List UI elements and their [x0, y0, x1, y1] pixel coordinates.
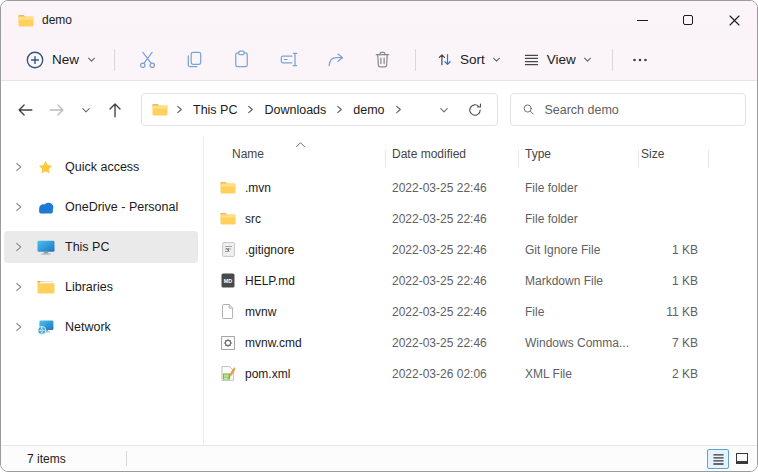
file-name: .gitignore: [245, 243, 294, 257]
expand-chevron-icon[interactable]: [13, 201, 26, 213]
expand-chevron-icon[interactable]: [13, 281, 26, 293]
sidebar-item-libraries[interactable]: Libraries: [4, 271, 198, 303]
close-icon: [729, 15, 740, 26]
sort-button[interactable]: Sort: [425, 44, 512, 75]
file-date: 2022-03-26 02:06: [392, 367, 525, 381]
chevron-down-icon: [80, 104, 92, 116]
sidebar-item-onedrive[interactable]: OneDrive - Personal: [4, 191, 198, 223]
minimize-icon: [637, 20, 648, 21]
toolbar-divider: [114, 49, 115, 71]
chevron-down-icon: [582, 54, 593, 65]
column-headers: Name Date modified Type Size: [205, 137, 756, 170]
sidebar-item-quick-access[interactable]: Quick access: [4, 151, 198, 183]
large-icons-view-icon: [736, 453, 748, 464]
paste-icon: [231, 49, 252, 70]
sidebar-item-label: Network: [65, 320, 111, 334]
search-box: [510, 93, 746, 126]
search-input[interactable]: [544, 103, 734, 117]
file-row-mvn[interactable]: .mvn 2022-03-25 22:46 File folder: [205, 172, 756, 203]
breadcrumb-separator-icon: [394, 104, 403, 115]
file-explorer-window: demo New: [0, 0, 758, 472]
delete-button[interactable]: [359, 43, 406, 77]
details-view-button[interactable]: [707, 449, 729, 469]
maximize-button[interactable]: [665, 1, 711, 39]
see-more-button[interactable]: [622, 43, 658, 77]
file-row-gitignore[interactable]: .gitignore 2022-03-25 22:46 Git Ignore F…: [205, 234, 756, 265]
breadcrumb-demo[interactable]: demo: [351, 101, 386, 119]
new-button[interactable]: New: [17, 44, 105, 76]
rename-icon: [278, 49, 299, 70]
file-row-pom-xml[interactable]: pom.xml 2022-03-26 02:06 XML File 2 KB: [205, 358, 756, 389]
column-divider[interactable]: [385, 150, 386, 168]
column-header-size[interactable]: Size: [641, 147, 705, 161]
address-dropdown-button[interactable]: [432, 97, 456, 123]
minimize-button[interactable]: [619, 1, 665, 39]
file-name: mvnw: [245, 305, 276, 319]
paste-button[interactable]: [218, 43, 265, 77]
file-name: pom.xml: [245, 367, 290, 381]
window-title: demo: [42, 13, 72, 27]
recent-locations-button[interactable]: [75, 95, 97, 125]
cut-button[interactable]: [124, 43, 171, 77]
sidebar-item-network[interactable]: Network: [4, 311, 198, 343]
folder-icon: [152, 103, 168, 116]
sidebar-item-this-pc[interactable]: This PC: [4, 231, 198, 263]
file-row-help-md[interactable]: MD HELP.md 2022-03-25 22:46 Markdown Fil…: [205, 265, 756, 296]
refresh-button[interactable]: [463, 97, 487, 123]
status-divider: [126, 451, 127, 466]
expand-chevron-icon[interactable]: [13, 321, 26, 333]
cloud-icon: [35, 201, 56, 214]
breadcrumb-separator-icon: [335, 104, 344, 115]
navigation-pane: Quick access OneDrive - Personal: [1, 137, 204, 445]
titlebar: demo: [1, 1, 757, 39]
file-type: Markdown File: [525, 274, 641, 288]
file-list: Name Date modified Type Size .mvn 2022-0…: [205, 137, 756, 445]
copy-button[interactable]: [171, 43, 218, 77]
details-view-icon: [712, 452, 725, 465]
file-row-mvnw[interactable]: mvnw 2022-03-25 22:46 File 11 KB: [205, 296, 756, 327]
expand-chevron-icon[interactable]: [13, 241, 26, 253]
command-toolbar: New: [1, 39, 757, 81]
text-file-icon: [220, 242, 236, 257]
breadcrumb-this-pc[interactable]: This PC: [191, 101, 239, 119]
folder-icon: [220, 212, 236, 225]
chevron-down-icon: [438, 104, 450, 116]
breadcrumb-separator-icon: [246, 104, 255, 115]
view-button[interactable]: View: [512, 44, 603, 75]
file-row-src[interactable]: src 2022-03-25 22:46 File folder: [205, 203, 756, 234]
rename-button[interactable]: [265, 43, 312, 77]
plus-circle-icon: [25, 50, 45, 70]
breadcrumb-downloads[interactable]: Downloads: [262, 101, 328, 119]
share-icon: [325, 49, 346, 70]
file-type: File folder: [525, 212, 641, 226]
up-button[interactable]: [101, 95, 129, 125]
address-bar[interactable]: This PC Downloads demo: [141, 93, 498, 126]
column-divider[interactable]: [638, 150, 639, 168]
folder-icon: [18, 14, 34, 27]
cut-icon: [137, 49, 158, 70]
new-button-label: New: [52, 52, 79, 67]
column-header-type[interactable]: Type: [525, 147, 641, 161]
xml-file-icon: [220, 366, 236, 381]
address-row: This PC Downloads demo: [1, 82, 757, 137]
column-divider[interactable]: [708, 150, 709, 168]
refresh-icon: [467, 102, 483, 118]
sidebar-item-label: Quick access: [65, 160, 139, 174]
column-divider[interactable]: [518, 150, 519, 168]
toolbar-divider: [612, 49, 613, 71]
toolbar-divider: [415, 49, 416, 71]
column-header-date-modified[interactable]: Date modified: [392, 147, 525, 161]
window-controls: [619, 1, 757, 39]
share-button[interactable]: [312, 43, 359, 77]
file-row-mvnw-cmd[interactable]: mvnw.cmd 2022-03-25 22:46 Windows Comma.…: [205, 327, 756, 358]
close-button[interactable]: [711, 1, 757, 39]
file-name: src: [245, 212, 261, 226]
star-icon: [35, 159, 56, 176]
expand-chevron-icon[interactable]: [13, 161, 26, 173]
back-button[interactable]: [11, 95, 39, 125]
sort-ascending-icon: [294, 138, 307, 152]
network-icon: [35, 320, 56, 335]
sidebar-item-label: This PC: [65, 240, 109, 254]
forward-button[interactable]: [43, 95, 71, 125]
large-icons-view-button[interactable]: [731, 449, 753, 469]
